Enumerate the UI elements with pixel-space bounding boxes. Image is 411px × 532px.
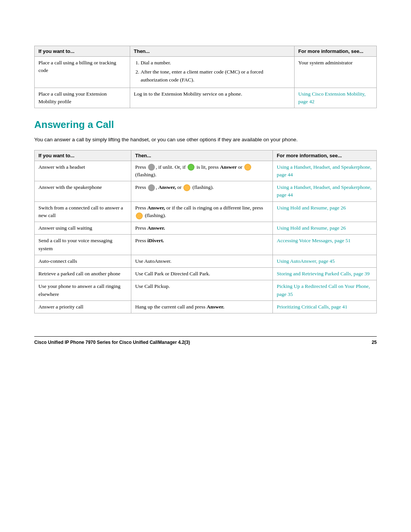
then-cell: Press , Answer, or (flashing). bbox=[131, 181, 273, 202]
more-cell: Using Hold and Resume, page 26 bbox=[273, 222, 377, 235]
more-link[interactable]: Picking Up a Redirected Call on Your Pho… bbox=[277, 283, 370, 297]
more-link[interactable]: Storing and Retrieving Parked Calls, pag… bbox=[277, 271, 370, 276]
col-header-more-1: For more information, see... bbox=[294, 46, 376, 57]
want-cell: Switch from a connected call to answer a… bbox=[35, 201, 131, 222]
answer-bold: Answer. bbox=[207, 304, 224, 310]
table-row: Switch from a connected call to answer a… bbox=[35, 201, 377, 222]
then-cell: Use Call Pickup. bbox=[131, 280, 273, 301]
answer-bold: Answer. bbox=[147, 225, 165, 231]
section-intro: You can answer a call by simply lifting … bbox=[34, 136, 377, 144]
want-cell: Send a call to your voice messaging syst… bbox=[35, 235, 131, 255]
answering-table: If you want to... Then... For more infor… bbox=[34, 150, 377, 314]
table-row: Auto-connect calls Use AutoAnswer. Using… bbox=[35, 255, 377, 267]
table-row: Use your phone to answer a call ringing … bbox=[35, 280, 377, 301]
want-cell: Use your phone to answer a call ringing … bbox=[35, 280, 131, 301]
then-cell: Press Answer, or if the call is ringing … bbox=[131, 201, 273, 222]
then-cell: Press iDivert. bbox=[131, 235, 273, 255]
more-cell: Accessing Voice Messages, page 51 bbox=[273, 235, 377, 255]
more-cell: Using Cisco Extension Mobility, page 42 bbox=[294, 88, 376, 108]
page-content: If you want to... Then... For more infor… bbox=[34, 46, 377, 345]
speaker-icon bbox=[148, 184, 155, 191]
col-header-then-1: Then... bbox=[130, 46, 294, 57]
want-cell: Place a call using your Extension Mobili… bbox=[35, 88, 130, 108]
idivert-bold: iDivert. bbox=[147, 238, 164, 243]
more-cell: Using AutoAnswer, page 45 bbox=[273, 255, 377, 267]
table-row: Place a call using your Extension Mobili… bbox=[35, 88, 377, 108]
col-header-want-2: If you want to... bbox=[35, 150, 131, 161]
want-cell: Answer with a headset bbox=[35, 161, 131, 181]
want-cell: Auto-connect calls bbox=[35, 255, 131, 267]
green-line-icon bbox=[188, 164, 194, 171]
list-item: Dial a number. bbox=[141, 59, 290, 67]
more-cell: Using Hold and Resume, page 26 bbox=[273, 201, 377, 222]
want-cell: Answer with the speakerphone bbox=[35, 181, 131, 202]
more-link[interactable]: Using Hold and Resume, page 26 bbox=[277, 205, 346, 211]
headset-icon bbox=[148, 164, 155, 171]
more-link[interactable]: Using Hold and Resume, page 26 bbox=[277, 225, 346, 231]
more-link[interactable]: Accessing Voice Messages, page 51 bbox=[277, 238, 350, 243]
list-item: After the tone, enter a client matter co… bbox=[141, 68, 290, 84]
want-cell: Place a call using a billing or tracking… bbox=[35, 57, 130, 88]
answer-bold: Answer bbox=[220, 164, 237, 170]
more-link[interactable]: Using AutoAnswer, page 45 bbox=[277, 258, 335, 264]
more-link[interactable]: Prioritizing Critical Calls, page 41 bbox=[277, 304, 347, 310]
page-number: 25 bbox=[372, 340, 377, 345]
then-cell: Use AutoAnswer. bbox=[131, 255, 273, 267]
col-header-want-1: If you want to... bbox=[35, 46, 130, 57]
want-cell: Answer a priority call bbox=[35, 300, 131, 313]
then-cell: Dial a number. After the tone, enter a c… bbox=[130, 57, 294, 88]
want-cell: Answer using call waiting bbox=[35, 222, 131, 235]
more-cell: Using a Handset, Headset, and Speakerpho… bbox=[273, 181, 377, 202]
table-row: Place a call using a billing or tracking… bbox=[35, 57, 377, 88]
orange-line-icon bbox=[136, 212, 143, 219]
more-cell: Picking Up a Redirected Call on Your Pho… bbox=[273, 280, 377, 301]
more-link[interactable]: Using Cisco Extension Mobility, page 42 bbox=[298, 91, 366, 104]
page-footer: Cisco Unified IP Phone 7970 Series for C… bbox=[34, 336, 377, 345]
col-header-then-2: Then... bbox=[131, 150, 273, 161]
more-cell: Your system administrator bbox=[294, 57, 376, 88]
footer-title: Cisco Unified IP Phone 7970 Series for C… bbox=[34, 340, 190, 345]
then-cell: Hang up the current call and press Answe… bbox=[131, 300, 273, 313]
col-header-more-2: For more information, see... bbox=[273, 150, 377, 161]
table-row: Send a call to your voice messaging syst… bbox=[35, 235, 377, 255]
more-cell: Prioritizing Critical Calls, page 41 bbox=[273, 300, 377, 313]
answer-bold: Answer, bbox=[147, 205, 165, 211]
then-cell: Use Call Park or Directed Call Park. bbox=[131, 268, 273, 280]
answer-bold: Answer, bbox=[158, 184, 176, 190]
more-cell: Storing and Retrieving Parked Calls, pag… bbox=[273, 268, 377, 280]
then-cell: Log in to the Extension Mobility service… bbox=[130, 88, 294, 108]
table-row: Answer with a headset Press , if unlit. … bbox=[35, 161, 377, 181]
more-link[interactable]: Using a Handset, Headset, and Speakerpho… bbox=[277, 164, 371, 177]
want-cell: Retrieve a parked call on another phone bbox=[35, 268, 131, 280]
more-link[interactable]: Using a Handset, Headset, and Speakerpho… bbox=[277, 184, 371, 198]
top-table-section: If you want to... Then... For more infor… bbox=[34, 46, 377, 108]
then-cell: Press Answer. bbox=[131, 222, 273, 235]
table-row: Retrieve a parked call on another phone … bbox=[35, 268, 377, 280]
billing-table: If you want to... Then... For more infor… bbox=[34, 46, 377, 108]
then-cell: Press , if unlit. Or, if is lit, press A… bbox=[131, 161, 273, 181]
table-row: Answer with the speakerphone Press , Ans… bbox=[35, 181, 377, 202]
orange-line-icon bbox=[183, 184, 190, 191]
orange-line-icon bbox=[244, 164, 251, 171]
more-cell: Using a Handset, Headset, and Speakerpho… bbox=[273, 161, 377, 181]
table-row: Answer a priority call Hang up the curre… bbox=[35, 300, 377, 313]
section-title: Answering a Call bbox=[34, 119, 377, 131]
table-row: Answer using call waiting Press Answer. … bbox=[35, 222, 377, 235]
